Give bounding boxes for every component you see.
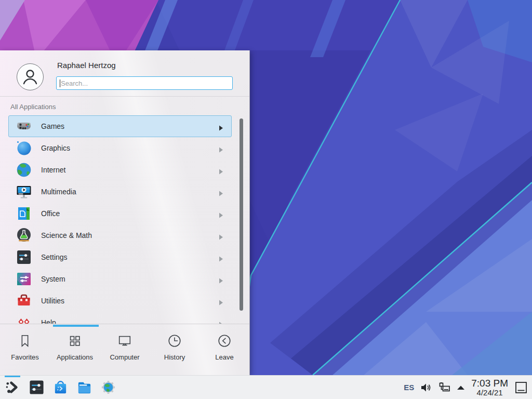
menu-header: Raphael Hertzog Search... <box>0 50 249 96</box>
kickoff-icon <box>5 379 21 395</box>
user-avatar[interactable] <box>17 63 44 90</box>
user-icon <box>20 67 40 87</box>
tab-favorites[interactable]: Favorites <box>0 333 50 361</box>
taskbar: ES 7:03 PM 4/24/21 <box>0 375 532 399</box>
submenu-arrow-icon <box>219 298 223 304</box>
category-graphics[interactable]: Graphics <box>8 137 232 159</box>
paint-sphere-icon <box>16 140 32 156</box>
section-label: All Applications <box>0 97 249 115</box>
digital-clock[interactable]: 7:03 PM 4/24/21 <box>471 378 508 397</box>
globe-icon <box>16 162 32 178</box>
list-scrollbar[interactable] <box>240 118 243 311</box>
system-settings-icon <box>29 379 45 395</box>
browser-launcher[interactable] <box>100 379 116 395</box>
konqueror-globe-icon <box>100 379 116 395</box>
category-system[interactable]: System <box>8 268 232 290</box>
dolphin-folder-icon <box>76 379 92 395</box>
submenu-arrow-icon <box>219 320 223 325</box>
keyboard-layout-indicator[interactable]: ES <box>404 383 414 392</box>
system-tray: ES 7:03 PM 4/24/21 <box>404 378 532 397</box>
expand-tray-icon[interactable] <box>457 385 465 390</box>
category-games[interactable]: Games <box>8 115 232 137</box>
tab-label: Leave <box>215 353 233 361</box>
file-manager-launcher[interactable] <box>76 379 92 395</box>
category-settings[interactable]: Settings <box>8 246 232 268</box>
application-launcher-menu: Raphael Hertzog Search... All Applicatio… <box>0 50 250 375</box>
category-label: Utilities <box>41 297 64 305</box>
tab-label: History <box>164 353 185 361</box>
active-tab-indicator <box>53 325 99 327</box>
network-icon[interactable] <box>438 382 450 393</box>
category-label: Science & Math <box>41 231 92 240</box>
sliders-icon <box>16 249 32 265</box>
monitor-play-icon <box>16 183 32 200</box>
category-label: System <box>41 275 65 283</box>
category-label: Settings <box>41 253 68 261</box>
tab-applications[interactable]: Applications <box>50 333 100 361</box>
menu-footer: Favorites Applications C <box>0 324 249 375</box>
flask-icon <box>16 227 32 244</box>
gamepad-icon <box>16 118 32 135</box>
category-label: Office <box>41 209 60 218</box>
search-input[interactable]: Search... <box>56 76 233 90</box>
launcher-button[interactable] <box>5 379 21 395</box>
clock-date: 4/24/21 <box>477 389 503 397</box>
category-label: Graphics <box>41 144 70 152</box>
tab-history[interactable]: History <box>150 333 200 361</box>
tab-label: Computer <box>110 353 139 361</box>
category-help[interactable]: Help <box>8 312 232 324</box>
help-buoy-icon <box>16 314 32 324</box>
system-settings-launcher[interactable] <box>29 379 45 395</box>
submenu-arrow-icon <box>219 124 223 129</box>
tab-leave[interactable]: Leave <box>200 333 249 361</box>
system-sliders-icon <box>16 271 32 287</box>
category-list: Games Graphics <box>0 115 249 324</box>
submenu-arrow-icon <box>219 189 223 195</box>
submenu-arrow-icon <box>219 145 223 151</box>
grid-icon <box>67 333 83 349</box>
active-task-indicator <box>5 376 20 377</box>
submenu-arrow-icon <box>219 167 223 173</box>
category-label: Games <box>41 122 64 130</box>
clock-time: 7:03 PM <box>471 378 508 389</box>
submenu-arrow-icon <box>219 211 223 217</box>
toolbox-icon <box>16 292 32 309</box>
category-multimedia[interactable]: Multimedia <box>8 181 232 203</box>
show-desktop-widget[interactable] <box>514 381 528 394</box>
discover-launcher[interactable] <box>52 379 69 395</box>
bookmark-icon <box>17 333 33 349</box>
user-name: Raphael Hertzog <box>57 61 116 70</box>
volume-icon[interactable] <box>420 382 432 393</box>
tab-label: Favorites <box>11 353 38 361</box>
category-office[interactable]: Office <box>8 203 232 224</box>
submenu-arrow-icon <box>219 233 223 238</box>
computer-icon <box>117 333 132 349</box>
category-internet[interactable]: Internet <box>8 159 232 181</box>
category-label: Internet <box>41 166 65 174</box>
submenu-arrow-icon <box>219 276 223 282</box>
discover-icon <box>52 379 69 395</box>
category-science-math[interactable]: Science & Math <box>8 224 232 246</box>
text-caret <box>60 79 60 87</box>
tab-label: Applications <box>57 353 93 361</box>
category-utilities[interactable]: Utilities <box>8 290 232 312</box>
leave-icon <box>217 333 232 349</box>
submenu-arrow-icon <box>219 255 223 260</box>
search-placeholder: Search... <box>61 79 88 87</box>
category-label: Help <box>41 318 56 324</box>
category-label: Multimedia <box>41 188 76 196</box>
history-clock-icon <box>167 333 182 349</box>
document-icon <box>16 205 32 222</box>
tab-computer[interactable]: Computer <box>100 333 150 361</box>
